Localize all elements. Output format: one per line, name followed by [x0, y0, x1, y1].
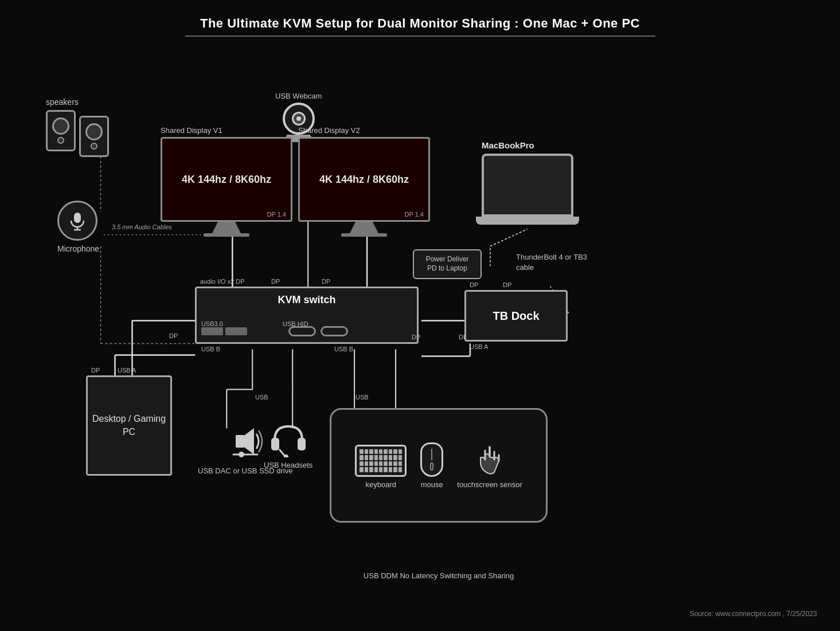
usb-dac-usb-label: USB — [255, 394, 268, 401]
speaker-woofer-2 — [85, 123, 103, 140]
keyboard-item: keyboard — [355, 445, 407, 489]
pc-usba-label: USB A — [118, 367, 136, 374]
svg-rect-24 — [74, 213, 81, 223]
headset-svg-icon — [269, 418, 308, 457]
kvm-usb30-label: USB3.0 — [201, 320, 223, 327]
speakers: speakers — [46, 97, 109, 151]
kvm-dp-kvm-left-label: DP — [412, 334, 420, 340]
hid-port-1 — [288, 326, 316, 336]
monitor-2-frame: 4K 144hz / 8K60hz DP 1.4 — [298, 137, 430, 222]
monitor-2-dp: DP 1.4 — [405, 211, 424, 218]
touch-icon — [474, 445, 506, 477]
svg-line-16 — [490, 229, 528, 246]
mouse-item: mouse — [420, 442, 443, 489]
speakers-icon — [46, 110, 109, 151]
keyboard-icon — [355, 445, 407, 477]
kvm-switch: audio I/O x2 DP DP DP KVM switch USB3.0 … — [195, 287, 419, 344]
dock-dp-label-2: DP — [503, 281, 511, 288]
speaker-woofer — [52, 117, 69, 135]
usb-port-1 — [201, 327, 223, 335]
usb-headset: USB Headsets — [264, 418, 312, 469]
dac-svg-icon — [225, 421, 265, 461]
speaker-box-2 — [79, 116, 109, 157]
webcam-label: USB Webcam — [275, 92, 322, 100]
svg-line-33 — [279, 449, 285, 456]
touchscreen-label: touchscreen sensor — [457, 480, 522, 489]
thunderbolt-label: ThunderBolt 4 or TB3 cable — [516, 252, 591, 273]
headset-label: USB Headsets — [264, 461, 312, 469]
hid-port-2 — [321, 326, 348, 336]
mouse-divider — [431, 449, 432, 460]
speaker-tweeter — [57, 137, 64, 144]
svg-rect-31 — [271, 438, 279, 450]
power-box: Power Deliver PD to Laptop — [413, 249, 482, 279]
ddm-label: USB DDM No Latency Switching and Sharing — [327, 571, 550, 580]
macbook-base — [476, 217, 579, 225]
mouse-icon — [420, 442, 443, 477]
power-text-2: PD to Laptop — [427, 264, 467, 273]
power-text-1: Power Deliver — [426, 255, 469, 264]
kvm-dp-left-label: DP — [271, 278, 280, 285]
monitor-2-stand — [350, 222, 378, 233]
pc-box: DP USB A Desktop / Gaming PC — [86, 375, 172, 476]
dock-title: TB Dock — [493, 309, 539, 323]
svg-marker-28 — [245, 428, 254, 454]
usb-headset-usb-label: USB — [355, 394, 369, 401]
webcam-dot — [296, 116, 301, 121]
tb-dock: DP DP USB A TB Dock — [464, 290, 568, 342]
speaker-box-1 — [46, 110, 76, 151]
monitor-1-stand — [212, 222, 241, 233]
monitor-2-resolution: 4K 144hz / 8K60hz — [319, 174, 409, 186]
macbook: MacBookPro — [482, 140, 579, 225]
kvm-box: audio I/O x2 DP DP DP KVM switch USB3.0 … — [195, 287, 419, 344]
dock-box: DP DP USB A TB Dock — [464, 290, 568, 342]
touchscreen-item: touchscreen sensor — [457, 445, 522, 489]
touch-svg-icon — [474, 445, 506, 477]
mouse-label: mouse — [421, 480, 443, 489]
dock-dp-label-1: DP — [470, 281, 478, 288]
kvm-dp-right-label: DP — [322, 278, 330, 285]
kvm-usbb-right-label: USB B — [334, 346, 353, 352]
page-title: The Ultimate KVM Setup for Dual Monitor … — [0, 16, 840, 31]
kvm-usbb-left-label: USB B — [201, 346, 220, 352]
webcam-inner — [292, 112, 306, 126]
monitor-1-dp: DP 1.4 — [267, 211, 286, 218]
kvm-dp-pc-label: DP — [169, 332, 178, 339]
svg-point-30 — [239, 452, 244, 457]
mouse-scroll — [430, 463, 433, 471]
monitor-1-frame: 4K 144hz / 8K60hz DP 1.4 — [161, 137, 292, 222]
svg-rect-27 — [236, 435, 245, 448]
monitor-2-base — [341, 233, 387, 237]
microphone: Microphone — [57, 201, 99, 253]
dock-usba-label: USB A — [470, 343, 488, 350]
desktop-pc: DP USB A Desktop / Gaming PC — [86, 375, 172, 476]
monitor-2: Shared Display V2 4K 144hz / 8K60hz DP 1… — [298, 126, 430, 237]
kvm-hid-ports — [288, 326, 348, 336]
macbook-label: MacBookPro — [482, 140, 579, 150]
svg-rect-32 — [298, 438, 306, 450]
monitor-1: Shared Display V1 4K 144hz / 8K60hz DP 1… — [161, 126, 292, 237]
macbook-screen — [482, 154, 573, 217]
monitor-1-label: Shared Display V1 — [161, 126, 292, 135]
diagram: speakers Microphone 3.5 mm Audio Cables — [0, 46, 840, 630]
kvm-audio-label: audio I/O x2 DP — [200, 278, 245, 285]
power-deliver: Power Deliver PD to Laptop — [413, 249, 482, 279]
title-divider — [185, 36, 655, 37]
monitor-1-base — [204, 233, 249, 237]
peripherals-row: keyboard mouse — [355, 442, 522, 489]
pc-dp-label: DP — [91, 367, 100, 374]
peripherals-box: keyboard mouse — [330, 408, 548, 523]
usb-port-2 — [225, 327, 247, 335]
kvm-usb-ports — [201, 327, 247, 335]
mic-icon — [57, 201, 97, 241]
pc-title: Desktop / Gaming PC — [88, 413, 170, 438]
mic-label: Microphone — [57, 244, 99, 253]
kvm-title: KVM switch — [278, 294, 335, 306]
speaker-tweeter-2 — [91, 143, 97, 150]
speakers-label: speakers — [46, 97, 109, 107]
headset-icon — [264, 418, 312, 457]
source-label: Source: www.connectpro.com , 7/25/2023 — [690, 610, 817, 618]
keyboard-label: keyboard — [366, 480, 396, 489]
monitor-2-label: Shared Display V2 — [298, 126, 430, 135]
monitor-1-resolution: 4K 144hz / 8K60hz — [182, 174, 271, 186]
